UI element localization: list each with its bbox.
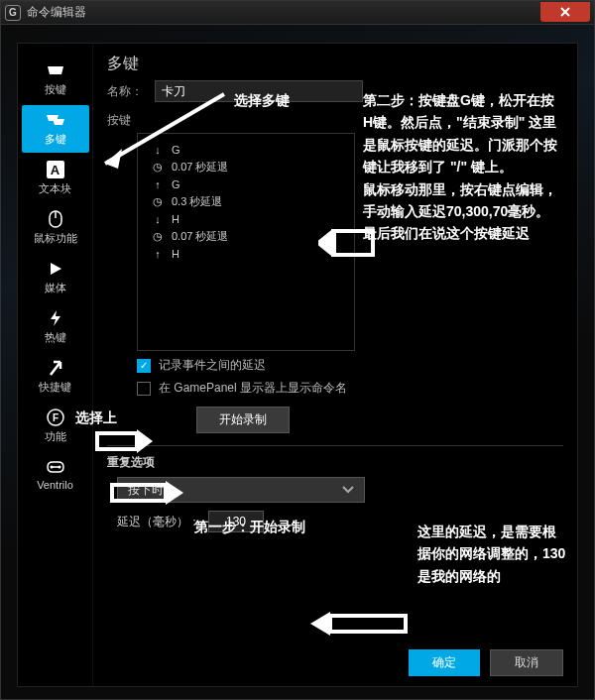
key-events-box[interactable]: ↓G◷0.07 秒延退↑G◷0.3 秒延退↓H◷0.07 秒延退↑H	[137, 133, 355, 351]
function-icon: F	[45, 408, 66, 426]
key-event-row[interactable]: ↓H	[152, 213, 340, 225]
key-event-row[interactable]: ↑G	[152, 178, 340, 190]
repeat-mode-select[interactable]: 按下时	[117, 477, 365, 503]
svg-text:F: F	[52, 412, 58, 423]
record-delay-label: 记录事件之间的延迟	[159, 357, 266, 374]
content-panel: 多键 名称： 按键 ↓G◷0.07 秒延退↑G◷0.3 秒延退↓H◷0.07 秒…	[93, 44, 577, 686]
app-logo: G	[5, 5, 21, 21]
clock-icon: ◷	[152, 231, 164, 243]
sidebar-item-label: 鼠标功能	[34, 231, 77, 246]
clock-icon: ◷	[152, 196, 164, 208]
separator	[107, 445, 563, 446]
sidebar-item-ventrilo[interactable]: Ventrilo	[22, 452, 89, 497]
sidebar-item-label: 热键	[45, 330, 66, 345]
cancel-button[interactable]: 取消	[490, 649, 563, 676]
section-heading: 多键	[107, 54, 563, 74]
sidebar-item-shortcut[interactable]: 快捷键	[22, 353, 89, 401]
close-icon	[559, 6, 571, 18]
key-up-icon: ↑	[152, 248, 164, 260]
sidebar-item-keystroke[interactable]: 按键	[22, 56, 89, 103]
shortcut-icon	[45, 359, 66, 377]
key-event-text: 0.3 秒延退	[172, 194, 222, 209]
record-delay-checkbox[interactable]: ✓	[137, 359, 151, 373]
sidebar-item-label: 媒体	[45, 281, 66, 295]
key-event-text: 0.07 秒延退	[172, 160, 228, 175]
key-event-row[interactable]: ◷0.07 秒延退	[152, 160, 340, 175]
mouse-icon	[45, 210, 66, 228]
name-input[interactable]	[155, 80, 363, 102]
titlebar: G 命令编辑器	[1, 1, 594, 25]
hotkey-icon	[45, 309, 66, 327]
sidebar-item-label: 按键	[45, 82, 66, 97]
sidebar-item-hotkey[interactable]: 热键	[22, 303, 89, 351]
sidebar: 按键多键A文本块鼠标功能媒体热键快捷键F功能Ventrilo	[18, 44, 93, 686]
key-down-icon: ↓	[152, 144, 164, 156]
start-record-button[interactable]: 开始录制	[196, 407, 290, 433]
sidebar-item-label: 功能	[45, 429, 66, 444]
key-event-row[interactable]: ◷0.07 秒延退	[152, 229, 340, 244]
key-up-icon: ↑	[152, 178, 164, 190]
clock-icon: ◷	[152, 162, 164, 174]
sidebar-item-textblock[interactable]: A文本块	[22, 155, 89, 202]
sidebar-item-multikey[interactable]: 多键	[22, 105, 89, 153]
key-event-row[interactable]: ◷0.3 秒延退	[152, 194, 340, 209]
sidebar-item-media[interactable]: 媒体	[22, 254, 89, 301]
sidebar-item-label: Ventrilo	[37, 479, 73, 491]
gamepanel-checkbox[interactable]	[137, 382, 151, 396]
chevron-down-icon	[342, 486, 354, 494]
textblock-icon: A	[45, 161, 66, 178]
multikey-icon	[45, 111, 66, 129]
key-down-icon: ↓	[152, 213, 164, 225]
select-value: 按下时	[128, 482, 164, 499]
sidebar-item-label: 文本块	[39, 181, 71, 196]
sidebar-item-label: 快捷键	[39, 380, 71, 395]
key-event-row[interactable]: ↑H	[152, 248, 340, 260]
sidebar-item-label: 多键	[45, 132, 66, 147]
keys-label: 按键	[107, 112, 563, 129]
keystroke-icon	[45, 61, 66, 79]
ok-button[interactable]: 确定	[409, 649, 480, 676]
delay-label: 延迟（毫秒）：	[117, 514, 200, 530]
svg-point-4	[50, 466, 53, 469]
ventrilo-icon	[45, 458, 66, 476]
media-icon	[45, 260, 66, 278]
dialog-footer: 确定 取消	[409, 649, 563, 676]
sidebar-item-mouse[interactable]: 鼠标功能	[22, 204, 89, 252]
close-button[interactable]	[540, 2, 590, 22]
gamepanel-label: 在 GamePanel 显示器上显示命令名	[159, 380, 347, 397]
key-event-text: H	[172, 248, 179, 260]
window-title: 命令编辑器	[27, 4, 540, 21]
key-event-text: G	[172, 144, 180, 156]
key-event-text: 0.07 秒延退	[172, 229, 228, 244]
command-editor-window: G 命令编辑器 按键多键A文本块鼠标功能媒体热键快捷键F功能Ventrilo 多…	[0, 0, 595, 700]
sidebar-item-function[interactable]: F功能	[22, 403, 89, 450]
repeat-options-heading: 重复选项	[107, 454, 563, 471]
delay-input[interactable]	[208, 511, 264, 532]
name-label: 名称：	[107, 83, 155, 100]
key-event-row[interactable]: ↓G	[152, 144, 340, 156]
svg-point-5	[58, 466, 60, 469]
key-event-text: G	[172, 178, 180, 190]
key-event-text: H	[172, 213, 179, 225]
